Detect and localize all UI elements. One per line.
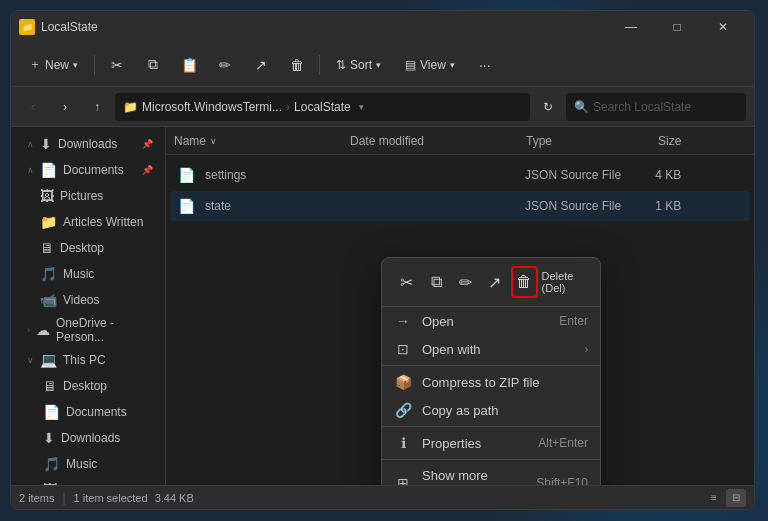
file-size: 1 KB — [655, 199, 742, 213]
sidebar-item-pc-downloads[interactable]: ⬇ Downloads — [15, 425, 161, 451]
more-button[interactable]: ··· — [469, 49, 501, 81]
toolbar-separator-1 — [94, 55, 95, 75]
explorer-window: 📁 LocalState — □ ✕ ＋ New ▾ ✂ ⧉ 📋 ✏ ↗ 🗑 ⇅… — [10, 10, 755, 510]
sidebar-item-pc-desktop[interactable]: 🖥 Desktop — [15, 373, 161, 399]
ctx-openwith-item[interactable]: ⊡ Open with › — [382, 335, 600, 363]
sort-icon: ⇅ — [336, 58, 346, 72]
sidebar-item-articles[interactable]: ∧ 📁 Articles Written — [15, 209, 161, 235]
sidebar-item-pc-music[interactable]: 🎵 Music — [15, 451, 161, 477]
sidebar-item-pc-pictures[interactable]: 🖼 Pictures — [15, 477, 161, 485]
ctx-shortcut: Alt+Enter — [538, 436, 588, 450]
sidebar-item-desktop[interactable]: ∧ 🖥 Desktop — [15, 235, 161, 261]
minimize-button[interactable]: — — [608, 11, 654, 43]
table-row[interactable]: 📄 settings JSON Source File 4 KB — [170, 160, 750, 190]
sidebar-item-pictures[interactable]: ∧ 🖼 Pictures — [15, 183, 161, 209]
documents-icon: 📄 — [43, 404, 60, 420]
file-icon: 📄 — [178, 167, 195, 183]
sort-dropdown-icon: ▾ — [376, 60, 381, 70]
sidebar-item-label: Downloads — [61, 431, 120, 445]
thispc-icon: 💻 — [40, 352, 57, 368]
breadcrumb-dropdown-icon: ▾ — [359, 102, 364, 112]
forward-button[interactable]: › — [51, 93, 79, 121]
file-area: Name ∨ Date modified Type Size 📄 — [166, 127, 754, 485]
view-toggle: ≡ ⊟ — [704, 489, 746, 507]
delete-button[interactable]: 🗑 — [281, 49, 313, 81]
sidebar-item-documents[interactable]: ∧ 📄 Documents 📌 — [15, 157, 161, 183]
ctx-properties-item[interactable]: ℹ Properties Alt+Enter — [382, 429, 600, 457]
app-icon: 📁 — [19, 19, 35, 35]
sidebar-item-label: Desktop — [60, 241, 104, 255]
ctx-copy-button[interactable]: ⧉ — [423, 266, 448, 298]
cut-button[interactable]: ✂ — [101, 49, 133, 81]
breadcrumb[interactable]: 📁 Microsoft.WindowsTermi... › LocalState… — [115, 93, 530, 121]
window-controls: — □ ✕ — [608, 11, 746, 43]
sidebar-item-downloads[interactable]: ∧ ⬇ Downloads 📌 — [15, 131, 161, 157]
context-menu-divider — [382, 459, 600, 460]
onedrive-icon: ☁ — [36, 322, 50, 338]
addressbar: ‹ › ↑ 📁 Microsoft.WindowsTermi... › Loca… — [11, 87, 754, 127]
search-placeholder: Search LocalState — [593, 100, 691, 114]
col-header-date[interactable]: Date modified — [350, 134, 526, 148]
main-area: ∧ ⬇ Downloads 📌 ∧ 📄 Documents 📌 ∧ 🖼 Pict… — [11, 127, 754, 485]
ctx-compress-item[interactable]: 📦 Compress to ZIP file — [382, 368, 600, 396]
sidebar-item-label: Videos — [63, 293, 99, 307]
sidebar-item-label: This PC — [63, 353, 106, 367]
pictures-icon: 🖼 — [40, 188, 54, 204]
videos-icon: 📹 — [40, 292, 57, 308]
ctx-delete-button[interactable]: 🗑 — [511, 266, 537, 298]
sort-button[interactable]: ⇅ Sort ▾ — [326, 49, 391, 81]
sidebar-item-label: Desktop — [63, 379, 107, 393]
copy-button[interactable]: ⧉ — [137, 49, 169, 81]
documents-icon: 📄 — [40, 162, 57, 178]
close-button[interactable]: ✕ — [700, 11, 746, 43]
ctx-share-button[interactable]: ↗ — [482, 266, 507, 298]
ctx-item-label: Properties — [422, 436, 528, 451]
breadcrumb-part2: LocalState — [294, 100, 351, 114]
list-view-button[interactable]: ≡ — [704, 489, 724, 507]
ctx-cut-button[interactable]: ✂ — [394, 266, 419, 298]
sidebar-item-thispc[interactable]: ∨ 💻 This PC — [15, 347, 161, 373]
share-button[interactable]: ↗ — [245, 49, 277, 81]
selected-info: 1 item selected 3.44 KB — [74, 492, 194, 504]
search-box[interactable]: 🔍 Search LocalState — [566, 93, 746, 121]
expand-icon: ∨ — [27, 355, 34, 365]
sidebar-item-music[interactable]: ∧ 🎵 Music — [15, 261, 161, 287]
delete-label: Delete (Del) — [542, 270, 588, 294]
detail-view-button[interactable]: ⊟ — [726, 489, 746, 507]
paste-button[interactable]: 📋 — [173, 49, 205, 81]
up-button[interactable]: ↑ — [83, 93, 111, 121]
downloads-icon: ⬇ — [40, 136, 52, 152]
back-button[interactable]: ‹ — [19, 93, 47, 121]
compress-icon: 📦 — [394, 374, 412, 390]
ctx-showmore-item[interactable]: ⊞ Show more options Shift+F10 — [382, 462, 600, 485]
view-button[interactable]: ▤ View ▾ — [395, 49, 465, 81]
ctx-open-item[interactable]: → Open Enter — [382, 307, 600, 335]
table-row[interactable]: 📄 state JSON Source File 1 KB — [170, 191, 750, 221]
col-header-size[interactable]: Size — [658, 134, 746, 148]
file-type: JSON Source File — [525, 199, 655, 213]
new-button[interactable]: ＋ New ▾ — [19, 49, 88, 81]
maximize-button[interactable]: □ — [654, 11, 700, 43]
sidebar-item-label: Downloads — [58, 137, 117, 151]
ctx-copypath-item[interactable]: 🔗 Copy as path — [382, 396, 600, 424]
sidebar-item-videos[interactable]: ∧ 📹 Videos — [15, 287, 161, 313]
sidebar-item-pc-documents[interactable]: 📄 Documents — [15, 399, 161, 425]
refresh-button[interactable]: ↻ — [534, 93, 562, 121]
new-icon: ＋ — [29, 56, 41, 73]
sidebar-item-onedrive[interactable]: › ☁ OneDrive - Person... — [15, 317, 161, 343]
titlebar: 📁 LocalState — □ ✕ — [11, 11, 754, 43]
file-name: 📄 settings — [178, 167, 352, 183]
showmore-icon: ⊞ — [394, 475, 412, 485]
sidebar-item-label: Music — [66, 457, 97, 471]
sidebar-item-label: OneDrive - Person... — [56, 316, 153, 344]
sidebar-item-label: Documents — [66, 405, 127, 419]
col-header-type[interactable]: Type — [526, 134, 658, 148]
file-list: 📄 settings JSON Source File 4 KB — [166, 155, 754, 226]
sidebar-item-label: Articles Written — [63, 215, 143, 229]
ctx-item-label: Compress to ZIP file — [422, 375, 588, 390]
ctx-rename-button[interactable]: ✏ — [453, 266, 478, 298]
ctx-item-label: Open — [422, 314, 549, 329]
rename-button[interactable]: ✏ — [209, 49, 241, 81]
file-header: Name ∨ Date modified Type Size — [166, 127, 754, 155]
col-header-name[interactable]: Name ∨ — [174, 134, 350, 148]
